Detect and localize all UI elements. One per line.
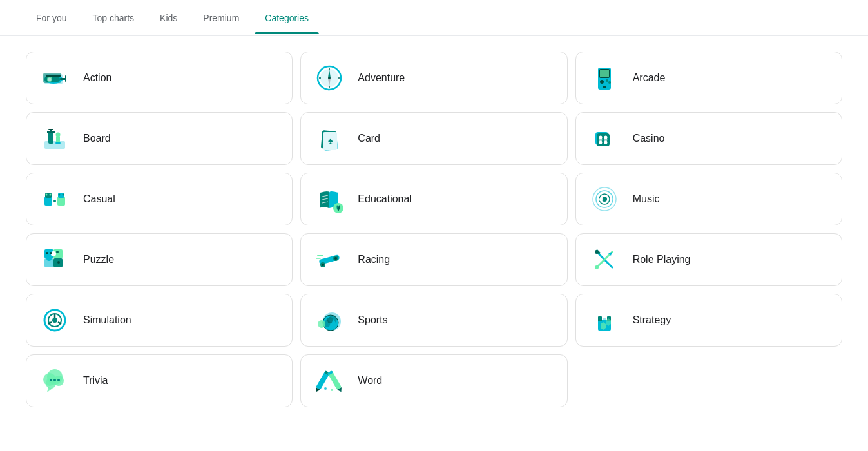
word-label: Word [358,375,382,387]
trivia-icon [39,365,70,396]
svg-text:♠: ♠ [328,135,333,146]
nav-kids[interactable]: Kids [149,3,188,34]
svg-point-109 [50,379,52,381]
category-casino[interactable]: Casino [575,112,842,165]
svg-point-53 [53,200,56,202]
svg-rect-45 [44,197,52,206]
board-label: Board [83,133,111,144]
category-arcade[interactable]: Arcade [575,52,842,104]
svg-point-70 [57,261,60,264]
nav-top-charts[interactable]: Top charts [82,3,144,34]
simulation-label: Simulation [83,314,131,326]
svg-point-119 [331,389,333,391]
arcade-label: Arcade [633,72,666,84]
category-sports[interactable]: Sports [300,294,567,347]
category-board[interactable]: Board [26,112,293,165]
svg-point-68 [46,252,48,254]
svg-point-47 [46,194,48,196]
svg-point-111 [57,379,60,381]
action-label: Action [83,72,111,84]
category-racing[interactable]: Racing [300,233,567,286]
svg-point-71 [56,251,59,253]
sports-label: Sports [358,314,387,326]
svg-point-87 [52,318,57,323]
svg-point-13 [328,77,331,79]
svg-point-97 [318,320,325,328]
category-casual[interactable]: Casual [26,173,293,225]
svg-point-44 [604,139,607,142]
puzzle-label: Puzzle [83,254,114,265]
svg-rect-4 [46,75,61,77]
adventure-icon [314,62,345,93]
svg-rect-49 [57,197,65,206]
puzzle-icon [39,244,70,275]
svg-point-76 [334,257,337,260]
main-nav: For you Top charts Kids Premium Categori… [0,0,868,36]
category-strategy[interactable]: Strategy [575,294,842,347]
category-puzzle[interactable]: Puzzle [26,233,293,286]
svg-rect-24 [603,86,606,88]
svg-point-22 [606,79,608,82]
card-icon: ♠ [314,123,345,154]
casual-label: Casual [83,193,115,205]
strategy-label: Strategy [633,314,671,326]
racing-label: Racing [358,254,390,265]
svg-point-31 [56,133,61,137]
svg-rect-20 [600,70,609,77]
category-music[interactable]: Music [575,173,842,225]
adventure-label: Adventure [358,72,405,84]
casino-label: Casino [633,133,665,144]
svg-point-110 [53,379,56,381]
category-adventure[interactable]: Adventure [300,52,567,104]
category-roleplaying[interactable]: Role Playing [575,233,842,286]
svg-rect-29 [48,129,53,130]
category-word[interactable]: Word [300,354,567,407]
roleplaying-icon [589,244,620,275]
category-simulation[interactable]: Simulation [26,294,293,347]
svg-point-61 [602,197,607,202]
action-icon [39,62,70,93]
svg-rect-38 [597,133,610,146]
sports-icon [314,305,345,336]
category-action[interactable]: Action [26,52,293,104]
svg-point-21 [600,80,604,84]
svg-point-75 [322,264,324,266]
svg-point-81 [595,250,599,254]
strategy-icon [589,305,620,336]
roleplaying-label: Role Playing [633,254,691,265]
educational-icon [314,184,345,215]
card-label: Card [358,133,380,144]
nav-categories[interactable]: Categories [255,3,319,34]
svg-point-8 [48,78,52,81]
svg-point-69 [50,252,52,254]
nav-premium[interactable]: Premium [193,3,249,34]
casino-icon [589,123,620,154]
svg-rect-6 [65,75,66,82]
svg-rect-25 [44,141,65,149]
educational-label: Educational [358,193,412,205]
trivia-label: Trivia [83,375,108,387]
svg-point-52 [63,194,64,196]
svg-rect-32 [55,142,61,144]
category-trivia[interactable]: Trivia [26,354,293,407]
arcade-icon [589,62,620,93]
board-icon [39,123,70,154]
svg-point-23 [608,81,611,84]
racing-icon [314,244,345,275]
nav-for-you[interactable]: For you [26,3,77,34]
categories-grid: Action Adventure [0,36,868,423]
casual-icon [39,184,70,215]
svg-point-84 [595,265,599,269]
svg-point-48 [50,194,52,196]
svg-point-51 [59,194,61,196]
svg-point-118 [324,387,327,390]
music-label: Music [633,193,660,205]
music-icon [589,184,620,215]
svg-point-43 [599,139,602,142]
category-educational[interactable]: Educational [300,173,567,225]
svg-rect-64 [44,258,53,267]
svg-rect-99 [598,316,602,321]
svg-rect-26 [48,132,53,144]
word-icon [314,365,345,396]
category-card[interactable]: ♠ Card [300,112,567,165]
